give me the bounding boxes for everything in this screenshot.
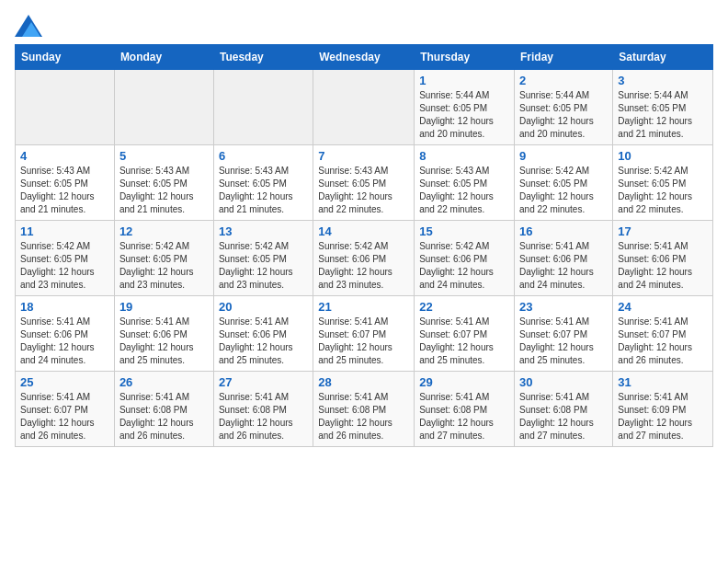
day-number: 20 [219, 300, 308, 314]
calendar-cell: 31Sunrise: 5:41 AM Sunset: 6:09 PM Dayli… [613, 372, 713, 447]
header-thursday: Thursday [415, 45, 515, 70]
header-friday: Friday [515, 45, 613, 70]
calendar-cell: 7Sunrise: 5:43 AM Sunset: 6:05 PM Daylig… [313, 145, 415, 221]
day-info: Sunrise: 5:44 AM Sunset: 6:05 PM Dayligh… [419, 89, 509, 141]
day-info: Sunrise: 5:41 AM Sunset: 6:08 PM Dayligh… [219, 391, 308, 442]
day-info: Sunrise: 5:41 AM Sunset: 6:07 PM Dayligh… [618, 316, 708, 367]
calendar-cell: 13Sunrise: 5:42 AM Sunset: 6:05 PM Dayli… [213, 221, 313, 296]
calendar-cell: 14Sunrise: 5:42 AM Sunset: 6:06 PM Dayli… [313, 221, 415, 296]
calendar-cell: 22Sunrise: 5:41 AM Sunset: 6:07 PM Dayli… [415, 296, 515, 372]
day-info: Sunrise: 5:41 AM Sunset: 6:08 PM Dayligh… [318, 391, 409, 442]
day-info: Sunrise: 5:42 AM Sunset: 6:06 PM Dayligh… [318, 240, 409, 292]
day-info: Sunrise: 5:41 AM Sunset: 6:07 PM Dayligh… [318, 316, 409, 367]
calendar-cell: 23Sunrise: 5:41 AM Sunset: 6:07 PM Dayli… [515, 296, 613, 372]
calendar-cell: 16Sunrise: 5:41 AM Sunset: 6:06 PM Dayli… [515, 221, 613, 296]
day-info: Sunrise: 5:42 AM Sunset: 6:06 PM Dayligh… [419, 240, 509, 292]
calendar-cell: 4Sunrise: 5:43 AM Sunset: 6:05 PM Daylig… [16, 145, 115, 221]
logo-icon [15, 15, 42, 37]
calendar-cell: 19Sunrise: 5:41 AM Sunset: 6:06 PM Dayli… [114, 296, 213, 372]
calendar-header-row: SundayMondayTuesdayWednesdayThursdayFrid… [16, 45, 713, 70]
day-info: Sunrise: 5:42 AM Sunset: 6:05 PM Dayligh… [219, 240, 308, 292]
calendar-cell [313, 70, 415, 145]
week-row-4: 18Sunrise: 5:41 AM Sunset: 6:06 PM Dayli… [16, 296, 713, 372]
calendar-cell: 24Sunrise: 5:41 AM Sunset: 6:07 PM Dayli… [613, 296, 713, 372]
day-info: Sunrise: 5:41 AM Sunset: 6:06 PM Dayligh… [618, 240, 708, 292]
week-row-2: 4Sunrise: 5:43 AM Sunset: 6:05 PM Daylig… [16, 145, 713, 221]
calendar-cell: 5Sunrise: 5:43 AM Sunset: 6:05 PM Daylig… [114, 145, 213, 221]
calendar-cell [114, 70, 213, 145]
day-number: 16 [519, 224, 608, 238]
calendar-cell: 21Sunrise: 5:41 AM Sunset: 6:07 PM Dayli… [313, 296, 415, 372]
day-number: 23 [519, 300, 608, 314]
day-number: 26 [119, 375, 209, 389]
calendar-cell: 27Sunrise: 5:41 AM Sunset: 6:08 PM Dayli… [213, 372, 313, 447]
day-info: Sunrise: 5:43 AM Sunset: 6:05 PM Dayligh… [20, 165, 109, 216]
day-number: 21 [318, 300, 409, 314]
calendar-cell: 11Sunrise: 5:42 AM Sunset: 6:05 PM Dayli… [16, 221, 115, 296]
calendar-cell: 6Sunrise: 5:43 AM Sunset: 6:05 PM Daylig… [213, 145, 313, 221]
day-number: 29 [419, 375, 509, 389]
day-info: Sunrise: 5:44 AM Sunset: 6:05 PM Dayligh… [618, 89, 708, 141]
day-number: 28 [318, 375, 409, 389]
calendar-cell: 3Sunrise: 5:44 AM Sunset: 6:05 PM Daylig… [613, 70, 713, 145]
calendar-cell: 12Sunrise: 5:42 AM Sunset: 6:05 PM Dayli… [114, 221, 213, 296]
day-number: 27 [219, 375, 308, 389]
day-number: 5 [119, 149, 209, 163]
header-monday: Monday [114, 45, 213, 70]
day-number: 22 [419, 300, 509, 314]
day-number: 18 [20, 300, 109, 314]
day-info: Sunrise: 5:42 AM Sunset: 6:05 PM Dayligh… [618, 165, 708, 216]
calendar-cell: 17Sunrise: 5:41 AM Sunset: 6:06 PM Dayli… [613, 221, 713, 296]
day-info: Sunrise: 5:41 AM Sunset: 6:07 PM Dayligh… [519, 316, 608, 367]
day-number: 25 [20, 375, 109, 389]
day-info: Sunrise: 5:44 AM Sunset: 6:05 PM Dayligh… [519, 89, 608, 141]
day-number: 13 [219, 224, 308, 238]
header-tuesday: Tuesday [213, 45, 313, 70]
day-number: 2 [519, 74, 608, 87]
week-row-5: 25Sunrise: 5:41 AM Sunset: 6:07 PM Dayli… [16, 372, 713, 447]
day-info: Sunrise: 5:42 AM Sunset: 6:05 PM Dayligh… [20, 240, 109, 292]
calendar-cell: 8Sunrise: 5:43 AM Sunset: 6:05 PM Daylig… [415, 145, 515, 221]
calendar-cell: 26Sunrise: 5:41 AM Sunset: 6:08 PM Dayli… [114, 372, 213, 447]
day-info: Sunrise: 5:41 AM Sunset: 6:08 PM Dayligh… [119, 391, 209, 442]
header-wednesday: Wednesday [313, 45, 415, 70]
day-info: Sunrise: 5:42 AM Sunset: 6:05 PM Dayligh… [519, 165, 608, 216]
calendar-cell: 10Sunrise: 5:42 AM Sunset: 6:05 PM Dayli… [613, 145, 713, 221]
day-number: 4 [20, 149, 109, 163]
day-info: Sunrise: 5:43 AM Sunset: 6:05 PM Dayligh… [419, 165, 509, 216]
day-number: 31 [618, 375, 708, 389]
day-info: Sunrise: 5:41 AM Sunset: 6:08 PM Dayligh… [519, 391, 608, 442]
day-info: Sunrise: 5:41 AM Sunset: 6:08 PM Dayligh… [419, 391, 509, 442]
page-header [15, 15, 713, 37]
calendar-cell: 15Sunrise: 5:42 AM Sunset: 6:06 PM Dayli… [415, 221, 515, 296]
logo [15, 15, 44, 37]
day-info: Sunrise: 5:43 AM Sunset: 6:05 PM Dayligh… [219, 165, 308, 216]
day-info: Sunrise: 5:41 AM Sunset: 6:06 PM Dayligh… [20, 316, 109, 367]
day-info: Sunrise: 5:43 AM Sunset: 6:05 PM Dayligh… [318, 165, 409, 216]
calendar-cell: 18Sunrise: 5:41 AM Sunset: 6:06 PM Dayli… [16, 296, 115, 372]
day-number: 3 [618, 74, 708, 87]
day-info: Sunrise: 5:41 AM Sunset: 6:06 PM Dayligh… [219, 316, 308, 367]
calendar-cell: 28Sunrise: 5:41 AM Sunset: 6:08 PM Dayli… [313, 372, 415, 447]
day-number: 9 [519, 149, 608, 163]
calendar-table: SundayMondayTuesdayWednesdayThursdayFrid… [15, 44, 713, 447]
day-number: 30 [519, 375, 608, 389]
day-number: 19 [119, 300, 209, 314]
week-row-3: 11Sunrise: 5:42 AM Sunset: 6:05 PM Dayli… [16, 221, 713, 296]
day-number: 15 [419, 224, 509, 238]
calendar-cell: 2Sunrise: 5:44 AM Sunset: 6:05 PM Daylig… [515, 70, 613, 145]
day-number: 7 [318, 149, 409, 163]
day-number: 14 [318, 224, 409, 238]
day-number: 24 [618, 300, 708, 314]
day-number: 11 [20, 224, 109, 238]
calendar-cell [16, 70, 115, 145]
header-sunday: Sunday [16, 45, 115, 70]
week-row-1: 1Sunrise: 5:44 AM Sunset: 6:05 PM Daylig… [16, 70, 713, 145]
day-number: 12 [119, 224, 209, 238]
day-info: Sunrise: 5:41 AM Sunset: 6:07 PM Dayligh… [20, 391, 109, 442]
day-info: Sunrise: 5:41 AM Sunset: 6:06 PM Dayligh… [519, 240, 608, 292]
day-number: 8 [419, 149, 509, 163]
calendar-cell: 20Sunrise: 5:41 AM Sunset: 6:06 PM Dayli… [213, 296, 313, 372]
day-info: Sunrise: 5:43 AM Sunset: 6:05 PM Dayligh… [119, 165, 209, 216]
day-number: 6 [219, 149, 308, 163]
